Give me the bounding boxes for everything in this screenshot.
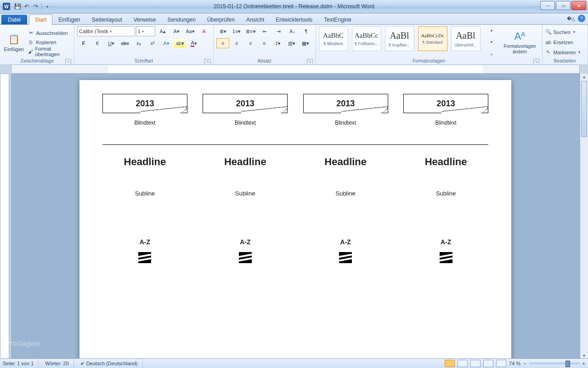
headline[interactable]: Headline <box>102 156 187 168</box>
document-canvas[interactable]: 2013Blindtext2013Blindtext2013Blindtext2… <box>11 74 580 359</box>
font-name-combo[interactable]: Calibri (Textk▾ <box>77 26 135 36</box>
vertical-scrollbar[interactable]: ▲ ▼ <box>580 74 588 359</box>
subline[interactable]: Subline <box>203 190 288 197</box>
close-button[interactable]: ✕ <box>571 1 586 10</box>
tab-textengine[interactable]: TextEngine <box>318 15 356 24</box>
zoom-slider[interactable] <box>529 362 580 364</box>
sort-button[interactable]: A↓ <box>286 26 299 36</box>
status-zoom[interactable]: 74 % <box>509 361 520 366</box>
scroll-down-arrow[interactable]: ▼ <box>580 352 588 359</box>
decrease-indent-button[interactable]: ⇤ <box>259 26 271 36</box>
blindtext[interactable]: Blindtext <box>203 120 288 126</box>
strikethrough-button[interactable]: abc <box>119 38 131 48</box>
maximize-button[interactable]: ▭ <box>556 1 571 10</box>
vertical-ruler[interactable] <box>0 74 9 359</box>
style-1[interactable]: AaBbCc¶ Fußberei... <box>352 26 381 51</box>
subline[interactable]: Subline <box>403 190 488 197</box>
bullets-button[interactable]: ≣▾ <box>216 26 229 36</box>
subline[interactable]: Subline <box>102 190 187 197</box>
tab-einfuegen[interactable]: Einfügen <box>53 15 85 24</box>
az-label[interactable]: A-Z <box>403 238 488 246</box>
az-label[interactable]: A-Z <box>303 238 388 246</box>
align-right-button[interactable]: ≡ <box>244 38 257 48</box>
status-page[interactable]: Seite: 1 von 1 <box>3 359 39 368</box>
year-box[interactable]: 2013 <box>102 94 187 113</box>
scroll-up-arrow[interactable]: ▲ <box>580 74 588 80</box>
horizontal-ruler[interactable] <box>11 64 580 74</box>
headline[interactable]: Headline <box>403 156 488 168</box>
cut-button[interactable]: ✂Ausschneiden <box>28 29 72 37</box>
paste-button[interactable]: 📋 Einfügen <box>3 26 25 58</box>
align-center-button[interactable]: ≡ <box>230 38 243 48</box>
zoom-in-button[interactable]: + <box>582 361 585 366</box>
style-3[interactable]: AaBbCcDc¶ Standard <box>418 26 447 51</box>
az-label[interactable]: A-Z <box>203 238 288 246</box>
clear-formatting-button[interactable]: A̶ <box>198 26 210 36</box>
tab-ueberpruefen[interactable]: Überprüfen <box>202 15 240 24</box>
styles-scroll-down[interactable]: ▾ <box>485 39 498 46</box>
underline-button[interactable]: U▾ <box>105 38 118 48</box>
styles-scroll-up[interactable]: ▴ <box>485 26 498 34</box>
blindtext[interactable]: Blindtext <box>303 120 388 126</box>
tab-sendungen[interactable]: Sendungen <box>162 15 201 24</box>
borders-button[interactable]: ▦▾ <box>299 38 312 48</box>
minimize-ribbon-icon[interactable]: �△ <box>567 16 575 21</box>
bold-button[interactable]: F <box>77 38 90 48</box>
subscript-button[interactable]: x₂ <box>132 38 145 48</box>
increase-indent-button[interactable]: ⇥ <box>272 26 285 36</box>
select-button[interactable]: ↖Markieren▾ <box>545 48 581 57</box>
tab-start[interactable]: Start <box>29 14 52 25</box>
blindtext[interactable]: Blindtext <box>403 120 488 126</box>
grow-font-button[interactable]: A▴ <box>156 26 169 36</box>
tab-verweise[interactable]: Verweise <box>128 15 162 24</box>
justify-button[interactable]: ≡ <box>258 38 271 48</box>
text-effects-button[interactable]: A▾ <box>160 38 173 48</box>
show-marks-button[interactable]: ¶ <box>300 26 313 36</box>
tab-seitenlayout[interactable]: Seitenlayout <box>86 15 128 24</box>
view-full-screen[interactable] <box>458 360 468 367</box>
italic-button[interactable]: K <box>91 38 104 48</box>
style-0[interactable]: AaBbC¶ Blindtext <box>319 26 348 51</box>
replace-button[interactable]: abErsetzen <box>545 38 581 46</box>
headline[interactable]: Headline <box>203 156 288 168</box>
numbering-button[interactable]: 1≡▾ <box>230 26 243 36</box>
view-draft[interactable] <box>496 360 506 367</box>
font-color-button[interactable]: A▾ <box>187 38 200 48</box>
redo-icon[interactable]: ↷ <box>32 3 40 10</box>
minimize-button[interactable]: ─ <box>540 1 555 10</box>
scroll-thumb[interactable] <box>581 81 587 137</box>
align-left-button[interactable]: ≡ <box>216 38 229 48</box>
status-language[interactable]: ✔Deutsch (Deutschland) <box>80 359 143 368</box>
qat-customize-icon[interactable]: ▾ <box>44 3 51 10</box>
year-box[interactable]: 2013 <box>203 94 288 113</box>
change-case-button[interactable]: Aa▾ <box>184 26 197 36</box>
undo-icon[interactable]: ↶ <box>23 3 30 10</box>
zoom-out-button[interactable]: − <box>523 361 526 366</box>
view-print-layout[interactable] <box>445 360 455 367</box>
copy-button[interactable]: ⎘Kopieren <box>28 38 72 46</box>
tab-entwicklertools[interactable]: Entwicklertools <box>270 15 318 24</box>
save-icon[interactable]: 💾 <box>14 3 21 10</box>
superscript-button[interactable]: x² <box>146 38 159 48</box>
zoom-thumb[interactable] <box>565 361 570 367</box>
year-box[interactable]: 2013 <box>403 94 488 113</box>
view-outline[interactable] <box>483 360 493 367</box>
blindtext[interactable]: Blindtext <box>102 120 187 126</box>
multilevel-list-button[interactable]: ≣≡▾ <box>244 26 257 36</box>
style-2[interactable]: AaBl¶ Kopfber... <box>385 26 414 51</box>
highlight-button[interactable]: ab▾ <box>174 38 187 48</box>
change-styles-button[interactable]: Aᴬ Formatvorlagen ändern <box>501 26 539 58</box>
help-icon[interactable]: ? <box>578 15 585 22</box>
subline[interactable]: Subline <box>303 190 388 197</box>
year-box[interactable]: 2013 <box>303 94 388 113</box>
find-button[interactable]: 🔍Suchen▾ <box>545 28 581 36</box>
tab-file[interactable]: Datei <box>1 15 27 24</box>
shrink-font-button[interactable]: A▾ <box>170 26 183 36</box>
shading-button[interactable]: ▥▾ <box>285 38 298 48</box>
style-4[interactable]: AaBlÜberschrif... <box>451 26 481 51</box>
status-words[interactable]: Wörter: 20 <box>45 359 74 368</box>
line-spacing-button[interactable]: ‡▾ <box>271 38 284 48</box>
view-web-layout[interactable] <box>470 360 481 367</box>
az-label[interactable]: A-Z <box>102 238 187 246</box>
tab-ansicht[interactable]: Ansicht <box>241 15 270 24</box>
